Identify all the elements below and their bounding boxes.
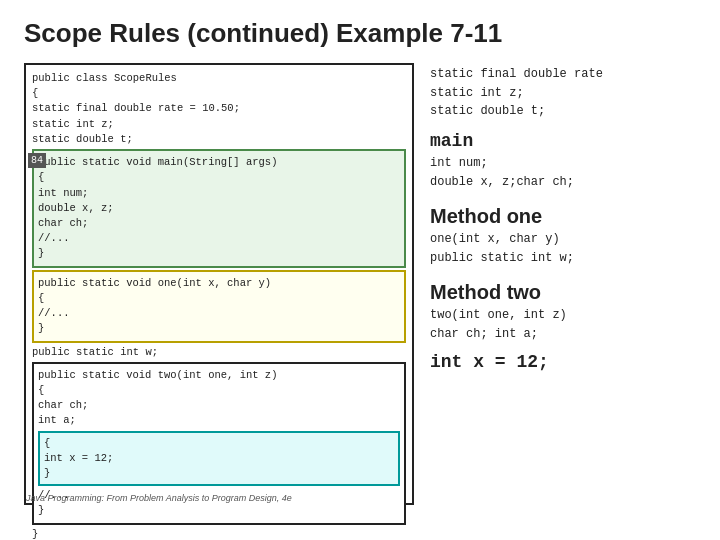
main-code: public static void main(String[] args) {… xyxy=(38,155,400,262)
two-close: } xyxy=(38,503,400,518)
static-z-line: static int z; xyxy=(32,117,406,132)
class-close-line: } xyxy=(32,527,406,540)
inner-block-box: { int x = 12; } xyxy=(38,431,400,487)
right-two-sig: two(int one, int z) xyxy=(430,306,696,325)
class-decl: public class ScopeRules xyxy=(32,71,406,86)
class-open-brace: { xyxy=(32,86,406,101)
right-int-num: int num; xyxy=(430,154,696,173)
inner-close: } xyxy=(44,466,394,481)
method-one-annotation: Method one one(int x, char y) public sta… xyxy=(430,199,696,267)
footer: Java Programming: From Problem Analysis … xyxy=(26,493,412,503)
int-num: int num; xyxy=(38,186,400,201)
static-annotations: static final double rate static int z; s… xyxy=(430,65,696,121)
content-area: public class ScopeRules { static final d… xyxy=(24,63,696,523)
right-one-sig: one(int x, char y) xyxy=(430,230,696,249)
outer-code-box: public class ScopeRules { static final d… xyxy=(24,63,414,505)
right-public-w: public static int w; xyxy=(430,249,696,268)
one-comment: //... xyxy=(38,306,400,321)
one-open: { xyxy=(38,291,400,306)
static-rate-line: static final double rate = 10.50; xyxy=(32,101,406,116)
method-one-label: Method one xyxy=(430,205,696,228)
char-ch: char ch; xyxy=(38,216,400,231)
slide-title: Scope Rules (continued) Example 7-11 xyxy=(24,18,696,49)
main-annotation: main int num; double x, z;char ch; xyxy=(430,129,696,191)
right-panel: static final double rate static int z; s… xyxy=(430,63,696,523)
line-number: 84 xyxy=(28,153,46,168)
inner-block-code: { int x = 12; } xyxy=(44,436,394,482)
main-label: main xyxy=(430,129,696,154)
one-header: public static void one(int x, char y) xyxy=(38,276,400,291)
right-char-ch-int-a: char ch; int a; xyxy=(430,325,696,344)
right-int-x12: int x = 12; xyxy=(430,352,549,372)
int-x12: int x = 12; xyxy=(44,451,394,466)
one-code: public static void one(int x, char y) { … xyxy=(38,276,400,337)
static-t-line: static double t; xyxy=(32,132,406,147)
one-method-box: public static void one(int x, char y) { … xyxy=(32,270,406,343)
w-decl: public static int w; xyxy=(32,345,406,360)
class-header-line: public class ScopeRules { static final d… xyxy=(32,71,406,147)
slide: Scope Rules (continued) Example 7-11 pub… xyxy=(0,0,720,540)
right-double-xz: double x, z;char ch; xyxy=(430,173,696,192)
right-static-t: static double t; xyxy=(430,102,696,121)
main-header: public static void main(String[] args) xyxy=(38,155,400,170)
two-header: public static void two(int one, int z) xyxy=(38,368,400,383)
two-open: { xyxy=(38,383,400,398)
inner-open: { xyxy=(44,436,394,451)
right-static-rate: static final double rate xyxy=(430,65,696,84)
comment1: //... xyxy=(38,231,400,246)
double-x: double x, z; xyxy=(38,201,400,216)
class-close: } xyxy=(32,527,406,540)
main-close: } xyxy=(38,246,400,261)
int-a: int a; xyxy=(38,413,400,428)
main-open: { xyxy=(38,170,400,185)
char-ch2: char ch; xyxy=(38,398,400,413)
one-close: } xyxy=(38,321,400,336)
right-static-z: static int z; xyxy=(430,84,696,103)
w-decl-line: public static int w; xyxy=(32,345,406,360)
left-panel: public class ScopeRules { static final d… xyxy=(24,63,414,523)
method-two-label: Method two xyxy=(430,281,696,304)
method-two-annotation: Method two two(int one, int z) char ch; … xyxy=(430,275,696,374)
main-method-box: public static void main(String[] args) {… xyxy=(32,149,406,268)
